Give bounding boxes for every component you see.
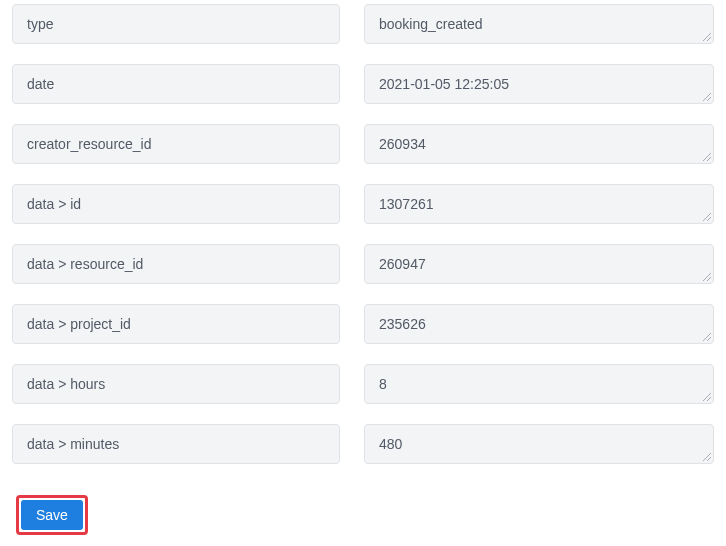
form-row-data-minutes: data > minutes 480 <box>12 424 714 464</box>
form-row-type: type booking_created <box>12 4 714 44</box>
field-label-data-hours: data > hours <box>12 364 340 404</box>
form-row-date: date 2021-01-05 12:25:05 <box>12 64 714 104</box>
save-button[interactable]: Save <box>21 500 83 530</box>
field-value-data-hours[interactable]: 8 <box>364 364 714 404</box>
field-label-type: type <box>12 4 340 44</box>
field-value-date[interactable]: 2021-01-05 12:25:05 <box>364 64 714 104</box>
form-row-data-project-id: data > project_id 235626 <box>12 304 714 344</box>
footer-bar: Save <box>0 484 726 546</box>
field-label-data-resource-id: data > resource_id <box>12 244 340 284</box>
field-value-data-minutes[interactable]: 480 <box>364 424 714 464</box>
form-content: type booking_created date 2021-01-05 12:… <box>12 0 714 484</box>
field-value-data-id[interactable]: 1307261 <box>364 184 714 224</box>
field-value-type[interactable]: booking_created <box>364 4 714 44</box>
form-scroll-area[interactable]: type booking_created date 2021-01-05 12:… <box>0 0 726 484</box>
field-value-data-project-id[interactable]: 235626 <box>364 304 714 344</box>
form-row-data-hours: data > hours 8 <box>12 364 714 404</box>
field-label-date: date <box>12 64 340 104</box>
form-row-data-resource-id: data > resource_id 260947 <box>12 244 714 284</box>
field-label-data-project-id: data > project_id <box>12 304 340 344</box>
field-label-creator-resource-id: creator_resource_id <box>12 124 340 164</box>
field-label-data-minutes: data > minutes <box>12 424 340 464</box>
field-label-data-id: data > id <box>12 184 340 224</box>
form-row-creator-resource-id: creator_resource_id 260934 <box>12 124 714 164</box>
save-button-highlight: Save <box>16 495 88 535</box>
field-value-creator-resource-id[interactable]: 260934 <box>364 124 714 164</box>
form-row-data-id: data > id 1307261 <box>12 184 714 224</box>
field-value-data-resource-id[interactable]: 260947 <box>364 244 714 284</box>
